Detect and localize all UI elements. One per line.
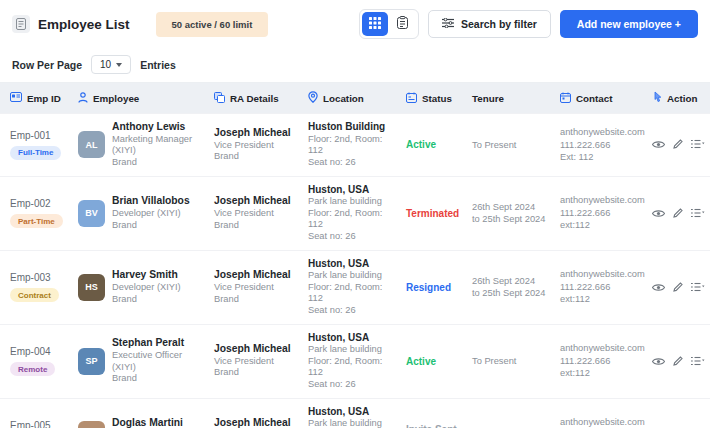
eye-icon <box>652 354 665 369</box>
contact-ext: ext:112 <box>560 293 640 306</box>
more-actions-button[interactable] <box>691 354 705 369</box>
view-button[interactable] <box>652 280 665 295</box>
pencil-icon <box>673 280 683 295</box>
location-title: Huston Building <box>308 121 394 134</box>
view-button[interactable] <box>652 354 665 369</box>
table-row: Emp-002 Part-Time BV Brian Villalobos De… <box>0 176 710 250</box>
ra-role: Vice President <box>214 282 296 294</box>
view-button[interactable] <box>652 137 665 152</box>
cell-action <box>646 398 710 428</box>
edit-button[interactable] <box>673 206 683 221</box>
cell-location: Huston, USA Park lane building Floor: 2n… <box>302 176 400 250</box>
status-text: Invite Sent <box>406 423 460 428</box>
cell-employee: AL Anthony Lewis Marketing Manager (XIYI… <box>72 114 208 177</box>
col-ra-details: RA Details <box>208 83 302 114</box>
page-title: Employee List <box>38 17 130 32</box>
employee-list-icon <box>12 15 30 33</box>
cell-emp-id: Emp-003 Contract <box>0 250 72 324</box>
table-row: Emp-005 Probation DM Doglas Martini Mana… <box>0 398 710 428</box>
edit-button[interactable] <box>673 280 683 295</box>
col-tenure: Tenure <box>466 83 554 114</box>
location-line: Seat no: 26 <box>308 305 394 317</box>
chevron-down-icon <box>116 63 122 67</box>
active-limit-badge: 50 active / 60 limit <box>156 12 269 37</box>
edit-button[interactable] <box>673 137 683 152</box>
top-bar: Employee List 50 active / 60 limit <box>0 0 710 48</box>
status-text: Resigned <box>406 281 460 294</box>
cell-ra-details: Joseph Micheal Vice President Brand <box>208 398 302 428</box>
cell-location: Huston, USA Park lane building Floor: 2n… <box>302 250 400 324</box>
more-actions-button[interactable] <box>691 137 705 152</box>
cell-status: Invite Sent Resent Invite <box>400 398 466 428</box>
emp-id: Emp-005 <box>10 420 66 428</box>
cell-employee: BV Brian Villalobos Developer (XIYI) Bra… <box>72 176 208 250</box>
id-card-icon <box>10 92 22 104</box>
status-text: Active <box>406 355 460 368</box>
cell-employee: HS Harvey Smith Developer (XIYI) Brand <box>72 250 208 324</box>
ra-role: Vice President <box>214 356 296 368</box>
table-row: Emp-004 Remote SP Stephan Peralt Executi… <box>0 324 710 398</box>
col-emp-id: Emp ID <box>0 83 72 114</box>
add-new-employee-button[interactable]: Add new employee + <box>560 10 698 38</box>
more-actions-button[interactable] <box>691 280 705 295</box>
location-title: Huston, USA <box>308 184 394 197</box>
avatar: SP <box>78 348 105 375</box>
table-row: Emp-001 Full-Time AL Anthony Lewis Marke… <box>0 114 710 177</box>
table-header: Emp ID Employee RA Details Location Stat… <box>0 83 710 114</box>
ra-name: Joseph Micheal <box>214 195 296 208</box>
ra-name: Joseph Micheal <box>214 417 296 428</box>
cell-contact: anthonywebsite.com 111.222.666 ext:112 <box>554 176 646 250</box>
pointer-icon <box>652 91 662 105</box>
cell-contact: anthonywebsite.com 111.222.666 ext:112 <box>554 398 646 428</box>
avatar: HS <box>78 274 105 301</box>
view-button[interactable] <box>652 206 665 221</box>
cell-status: Active <box>400 324 466 398</box>
table-body: Emp-001 Full-Time AL Anthony Lewis Marke… <box>0 114 710 428</box>
col-contact: Contact <box>554 83 646 114</box>
tenure-line: 26th Sept 2024 <box>472 201 548 214</box>
edit-button[interactable] <box>673 354 683 369</box>
col-employee: Employee <box>72 83 208 114</box>
top-bar-actions: Search by filter Add new employee + <box>359 9 698 39</box>
row-per-page-label: Row Per Page <box>12 59 82 71</box>
cell-tenure: To Present <box>466 398 554 428</box>
search-by-filter-button[interactable]: Search by filter <box>428 10 551 38</box>
contact-phone: 111.222.666 <box>560 207 640 220</box>
contact-website: anthonywebsite.com <box>560 342 640 355</box>
tenure-line: to 25th Sept 2024 <box>472 287 548 300</box>
cell-action <box>646 324 710 398</box>
location-line: Park lane building <box>308 196 394 208</box>
tenure-line: To Present <box>472 355 548 368</box>
cell-employee: SP Stephan Peralt Executive Officer (XIY… <box>72 324 208 398</box>
cell-tenure: 26th Sept 2024 to 25th Sept 2024 <box>466 176 554 250</box>
employee-org: Brand <box>112 157 202 169</box>
cell-ra-details: Joseph Micheal Vice President Brand <box>208 114 302 177</box>
eye-icon <box>652 206 665 221</box>
list-view-button[interactable] <box>390 12 416 36</box>
avatar: DM <box>78 421 105 428</box>
entries-label: Entries <box>140 59 176 71</box>
search-by-filter-label: Search by filter <box>461 18 537 30</box>
cell-action <box>646 114 710 177</box>
layers-icon <box>214 92 225 105</box>
person-icon <box>78 92 88 105</box>
cell-contact: anthonywebsite.com 111.222.666 ext:112 <box>554 250 646 324</box>
employee-name: Doglas Martini <box>112 417 183 428</box>
cell-contact: anthonywebsite.com 111.222.666 ext:112 <box>554 324 646 398</box>
ra-role: Vice President <box>214 140 296 152</box>
list-menu-icon <box>691 206 705 221</box>
more-actions-button[interactable] <box>691 206 705 221</box>
grid-view-button[interactable] <box>362 12 388 36</box>
emp-id: Emp-003 <box>10 272 66 283</box>
avatar: AL <box>78 131 105 158</box>
page-size-select[interactable]: 10 <box>91 55 131 74</box>
map-pin-icon <box>308 91 318 105</box>
location-line: Park lane building <box>308 344 394 356</box>
status-text: Active <box>406 138 460 151</box>
page-size-bar: Row Per Page 10 Entries <box>0 48 710 83</box>
tenure-line: to 25th Sept 2024 <box>472 213 548 226</box>
employee-org: Brand <box>112 294 181 306</box>
list-view-icon <box>397 16 408 32</box>
status-card-icon <box>406 92 417 105</box>
location-title: Huston, USA <box>308 258 394 271</box>
